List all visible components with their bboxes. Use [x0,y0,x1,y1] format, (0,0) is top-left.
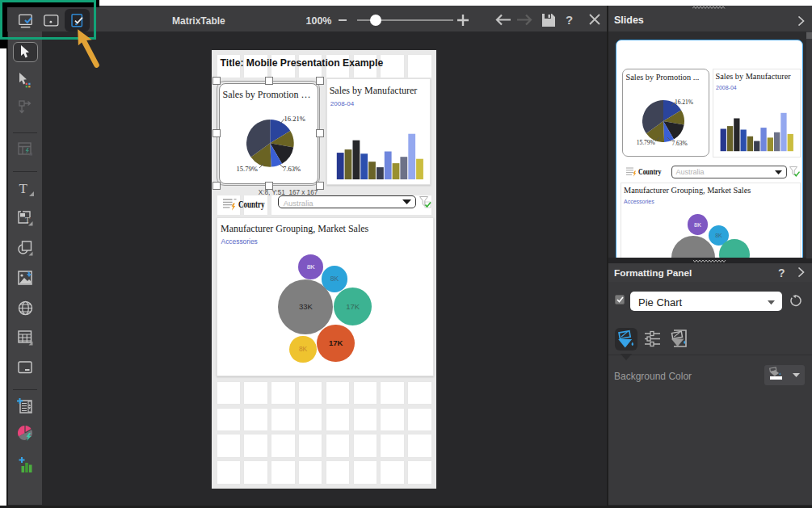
svg-text:T: T [25,216,30,225]
